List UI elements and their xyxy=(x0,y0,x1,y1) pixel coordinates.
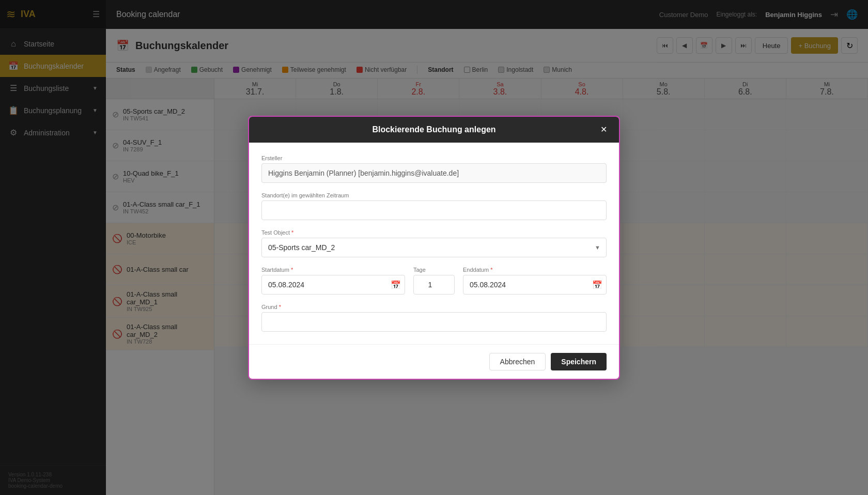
required-marker: * xyxy=(291,267,293,273)
modal-title: Blockierende Buchung anlegen xyxy=(372,125,495,134)
ersteller-label: Ersteller xyxy=(261,155,607,161)
save-button[interactable]: Speichern xyxy=(551,353,607,370)
tage-label: Tage xyxy=(413,267,455,273)
test-object-field: Test Object * 05-Sports car_MD_2 xyxy=(261,229,607,257)
enddatum-wrapper: 📅 xyxy=(463,275,607,295)
cancel-button[interactable]: Abbrechen xyxy=(489,353,546,370)
grund-label: Grund * xyxy=(261,304,607,310)
modal-body: Ersteller Standort(e) im gewählten Zeitr… xyxy=(249,143,619,344)
required-marker: * xyxy=(291,229,293,236)
test-object-label: Test Object * xyxy=(261,229,607,236)
startdatum-input[interactable] xyxy=(261,275,405,295)
grund-input[interactable] xyxy=(261,312,607,332)
modal-header: Blockierende Buchung anlegen ✕ xyxy=(249,117,619,143)
enddatum-calendar-button[interactable]: 📅 xyxy=(592,280,602,289)
ersteller-field: Ersteller xyxy=(261,155,607,183)
modal-footer: Abbrechen Speichern xyxy=(249,344,619,379)
enddatum-label: Enddatum * xyxy=(463,267,607,273)
startdatum-calendar-button[interactable]: 📅 xyxy=(391,280,401,289)
tage-input[interactable] xyxy=(413,275,455,295)
ersteller-input[interactable] xyxy=(261,163,607,183)
startdatum-label: Startdatum * xyxy=(261,267,405,273)
modal-close-button[interactable]: ✕ xyxy=(596,122,611,137)
standort-field: Standort(e) im gewählten Zeitraum xyxy=(261,192,607,220)
test-object-select-wrapper: 05-Sports car_MD_2 xyxy=(261,238,607,257)
standort-label: Standort(e) im gewählten Zeitraum xyxy=(261,192,607,198)
enddatum-field: Enddatum * 📅 xyxy=(463,267,607,295)
startdatum-wrapper: 📅 xyxy=(261,275,405,295)
tage-field: Tage xyxy=(413,267,455,295)
startdatum-field: Startdatum * 📅 xyxy=(261,267,405,295)
grund-field: Grund * xyxy=(261,304,607,332)
standort-input[interactable] xyxy=(261,200,607,220)
required-marker: * xyxy=(490,267,492,273)
required-marker: * xyxy=(279,304,281,310)
modal-overlay: Blockierende Buchung anlegen ✕ Ersteller… xyxy=(0,0,868,495)
dates-row: Startdatum * 📅 Tage Enddatum * xyxy=(261,267,607,295)
test-object-select[interactable]: 05-Sports car_MD_2 xyxy=(261,238,607,257)
modal-dialog: Blockierende Buchung anlegen ✕ Ersteller… xyxy=(248,116,620,380)
enddatum-input[interactable] xyxy=(463,275,607,295)
